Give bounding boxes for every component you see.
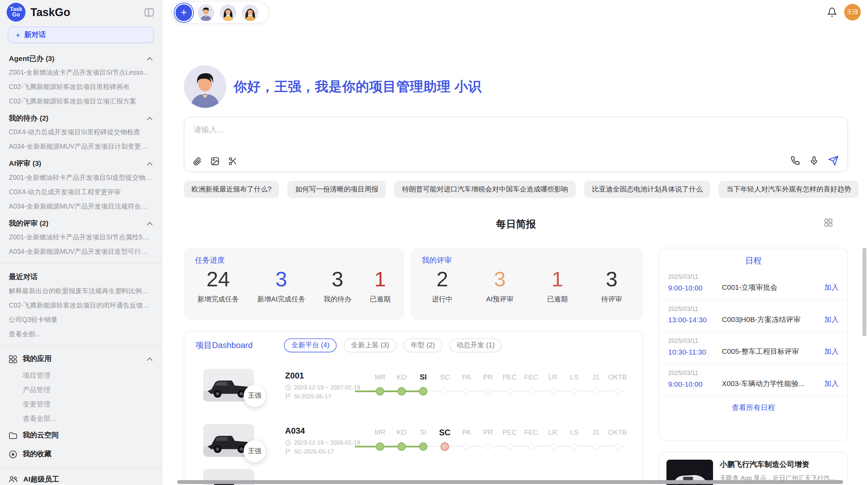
list-item[interactable]: A034-全新新能源MUV产品开发项目造型可行性评审 bbox=[9, 245, 153, 259]
schedule-item: 2025/03/11 13:00-14:30 C003|H0B-方案冻结评审 加… bbox=[659, 300, 847, 333]
horizontal-scrollbar[interactable] bbox=[177, 480, 843, 484]
layout-grid-icon[interactable] bbox=[824, 219, 832, 227]
schedule-name: X003-车辆动力学性能验... bbox=[722, 379, 820, 389]
vertical-scrollbar[interactable] bbox=[863, 248, 866, 336]
milestone-node-done bbox=[376, 442, 384, 450]
sidebar-item-project-mgmt[interactable]: 项目管理 bbox=[9, 368, 153, 383]
stat-value: 24 bbox=[197, 266, 239, 292]
clock-icon bbox=[285, 439, 291, 446]
list-item[interactable]: C02-飞腾新能源轻客改款项目的闭环通告反馈情况 bbox=[9, 298, 153, 312]
milestone-node-done bbox=[419, 442, 427, 450]
suggestion-chip[interactable]: 欧洲新规最近颁布了什么? bbox=[184, 181, 279, 198]
sidebar-item-my-apps[interactable]: 我的应用 bbox=[9, 350, 153, 369]
project-info: Z001 2023-12-19 ~ 2027-01-19 SI-2025-05-… bbox=[285, 371, 367, 399]
section-ai-review[interactable]: AI评审 (3) bbox=[9, 154, 153, 170]
sidebar: Task Go TaskGo + 新对话 Agent已办 (3) Z001-全新… bbox=[0, 0, 162, 485]
stat-label: 待评审 bbox=[601, 295, 622, 304]
view-all-apps[interactable]: 查看全部... bbox=[9, 411, 153, 426]
suggestion-chip[interactable]: 比亚迪全固态电池计划具体说了什么 bbox=[584, 181, 710, 198]
list-item[interactable]: 解释最新出台的欧盟报废车法规再生塑料比例被调至15%... bbox=[9, 284, 153, 298]
folder-icon bbox=[9, 432, 17, 439]
paperclip-icon[interactable] bbox=[193, 157, 202, 166]
milestone-label: J1 bbox=[585, 427, 607, 437]
join-button[interactable]: 加入 bbox=[824, 379, 839, 389]
join-button[interactable]: 加入 bbox=[824, 283, 839, 293]
list-item[interactable]: 公司Q3轻卡销量 bbox=[9, 312, 153, 327]
milestone-node-done bbox=[376, 387, 384, 395]
list-item[interactable]: Z001-全新燃油轻卡产品开发项目SI造型提交物评审 bbox=[9, 170, 153, 185]
phone-icon[interactable] bbox=[791, 156, 800, 165]
sidebar-item-favorites[interactable]: 我的收藏 bbox=[9, 445, 153, 463]
stat-label: AI预评审 bbox=[486, 295, 514, 304]
user-avatar[interactable]: 王强 bbox=[844, 4, 861, 20]
chevron-up-icon bbox=[147, 222, 153, 225]
divider bbox=[0, 468, 162, 468]
section-title: 我的评审 (2) bbox=[9, 219, 48, 228]
agent-avatar-1[interactable] bbox=[197, 4, 214, 21]
milestone-label: PR bbox=[477, 372, 499, 382]
agent-avatar-3[interactable] bbox=[242, 4, 258, 21]
sidebar-item-change-mgmt[interactable]: 变更管理 bbox=[9, 397, 153, 411]
view-all-chats[interactable]: 查看全部... bbox=[9, 327, 153, 341]
list-item[interactable]: C02-飞腾新能源轻客改款项目立项汇报方案 bbox=[9, 94, 153, 109]
milestone-chain: MR KO SI SC PA PR PEC FEC LR LS J1 OKTB bbox=[369, 427, 633, 453]
schedule-name: C005-整车工程目标评审 bbox=[722, 347, 820, 357]
list-item[interactable]: A034-全新新能源MUV产品开发项目法规符合性评审 bbox=[9, 199, 153, 213]
tab-new-body[interactable]: 全新上装 (3) bbox=[344, 338, 396, 352]
tab-powertrain[interactable]: 动总开发 (1) bbox=[449, 338, 502, 352]
section-title: Agent已办 (3) bbox=[9, 54, 55, 64]
project-row-z001[interactable]: 王强 Z001 2023-12-19 ~ 2027-01-19 SI-2025-… bbox=[184, 357, 643, 412]
composer-left-tools bbox=[193, 157, 238, 166]
daily-briefing-header: 每日简报 bbox=[184, 217, 848, 231]
section-agent-done[interactable]: Agent已办 (3) bbox=[9, 49, 153, 65]
suggestion-chip[interactable]: 特朗普可能对进口汽车增税会对中国车企造成哪些影响 bbox=[394, 181, 576, 198]
bell-icon[interactable] bbox=[827, 7, 837, 17]
my-apps-label: 我的应用 bbox=[23, 354, 141, 364]
suggestion-chip[interactable]: 如何写一份清晰的项目周报 bbox=[288, 181, 386, 198]
section-my-review[interactable]: 我的评审 (2) bbox=[9, 213, 153, 230]
list-item[interactable]: C02-飞腾新能源轻客改款项目里程碑画布 bbox=[9, 80, 153, 94]
section-my-todo[interactable]: 我的待办 (2) bbox=[9, 109, 153, 125]
chat-input[interactable]: 请输入... bbox=[184, 117, 848, 172]
project-row-a034[interactable]: 王强 A034 2023-12-19 ~ 2026-01-19 SC-2025-… bbox=[184, 413, 643, 468]
milestone-label: LR bbox=[542, 427, 564, 437]
agent-avatar-2[interactable] bbox=[220, 4, 236, 21]
milestone-label: PEC bbox=[499, 372, 520, 382]
milestone-node bbox=[571, 443, 577, 449]
image-icon[interactable] bbox=[210, 157, 220, 166]
list-item[interactable]: C0X4-动力总成开发项目SI里程碑提交物检查 bbox=[9, 125, 153, 139]
panel-toggle-icon[interactable] bbox=[143, 7, 155, 17]
project-dates: 2023-12-19 ~ 2027-01-19 bbox=[294, 384, 360, 390]
greeting-title: 你好，王强，我是你的项目管理助理 小识 bbox=[233, 78, 482, 96]
task-progress-card: 任务进度 24 新增完成任务 3 新增AI完成任务 3 我的待办 1 已逾期 bbox=[184, 248, 404, 320]
sidebar-item-cloud-space[interactable]: 我的云空间 bbox=[9, 426, 153, 445]
new-chat-button[interactable]: + 新对话 bbox=[8, 27, 154, 43]
sidebar-item-product-mgmt[interactable]: 产品管理 bbox=[9, 383, 153, 397]
milestone-node bbox=[571, 388, 577, 394]
view-all-schedule[interactable]: 查看所有日程 bbox=[659, 397, 847, 419]
mic-icon[interactable] bbox=[809, 156, 819, 165]
tab-model-year[interactable]: 年型 (2) bbox=[403, 338, 442, 352]
send-icon[interactable] bbox=[828, 156, 839, 166]
scissors-icon[interactable] bbox=[228, 157, 237, 166]
milestone-label: J1 bbox=[585, 372, 607, 382]
composer-right-tools bbox=[791, 156, 839, 166]
tab-new-platform[interactable]: 全新平台 (4) bbox=[284, 338, 337, 352]
list-item[interactable]: Z001-全新燃油轻卡产品开发项目SI节点属性5D文件评审 bbox=[9, 230, 153, 245]
milestone-label: KO bbox=[391, 372, 412, 382]
people-icon bbox=[9, 475, 18, 483]
milestone-label: LS bbox=[564, 372, 585, 382]
join-button[interactable]: 加入 bbox=[824, 347, 839, 357]
join-button[interactable]: 加入 bbox=[824, 315, 839, 325]
list-item[interactable]: Z001-全新燃油皮卡产品开发项目SI节点Lesson Learn报告 bbox=[9, 65, 153, 80]
section-recent-chats: 最近对话 bbox=[9, 267, 153, 284]
suggestion-chip[interactable]: 当下年轻人对汽车外观有怎样的喜好趋势 bbox=[719, 181, 859, 198]
project-dates: 2023-12-19 ~ 2026-01-19 bbox=[294, 439, 360, 446]
app-logo: Task Go bbox=[7, 3, 25, 22]
milestone-node bbox=[528, 388, 534, 394]
sidebar-item-ai-employee[interactable]: AI超级员工 bbox=[9, 472, 153, 485]
schedule-date: 2025/03/11 bbox=[668, 337, 839, 344]
list-item[interactable]: A034-全新新能源MUV产品开发项目计划变更表编写 bbox=[9, 139, 153, 154]
list-item[interactable]: C0X4-动力总成开发项目工程变更评审 bbox=[9, 185, 153, 199]
new-conversation-button[interactable]: + bbox=[176, 4, 192, 21]
